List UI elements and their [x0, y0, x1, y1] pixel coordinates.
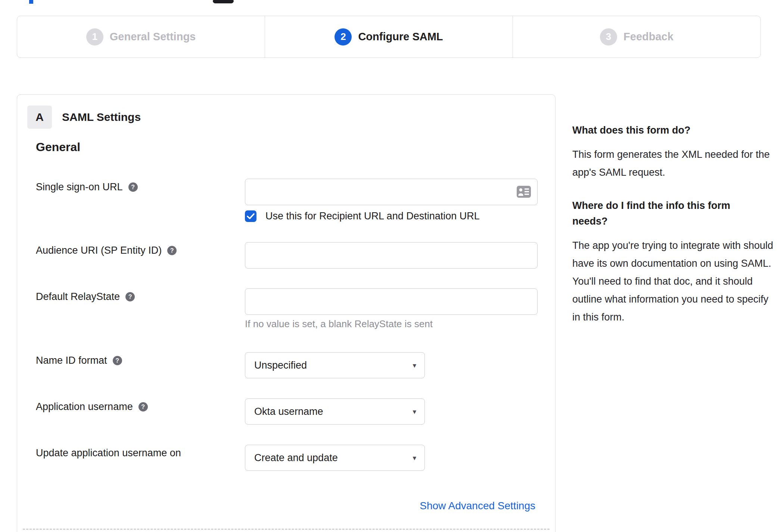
app-username-label: Application username — [36, 401, 133, 413]
cropped-blue-element — [29, 0, 33, 4]
sidebar-body-what: This form generates the XML needed for t… — [572, 145, 774, 181]
show-advanced-settings-link[interactable]: Show Advanced Settings — [420, 500, 535, 512]
name-id-format-value: Unspecified — [254, 360, 307, 371]
cropped-dark-toggle — [213, 0, 234, 3]
relay-state-label-row: Default RelayState ? — [36, 291, 135, 303]
help-sidebar: What does this form do? This form genera… — [572, 122, 774, 342]
saml-settings-panel: A SAML Settings General Single sign-on U… — [17, 94, 556, 532]
wizard-stepper: 1 General Settings 2 Configure SAML 3 Fe… — [17, 16, 761, 58]
update-username-label-row: Update application username on — [36, 447, 181, 459]
sso-url-help-icon[interactable]: ? — [128, 182, 138, 192]
relay-state-input[interactable] — [245, 288, 538, 315]
name-id-format-label: Name ID format — [36, 355, 107, 366]
relay-state-label: Default RelayState — [36, 291, 120, 303]
name-id-format-help-icon[interactable]: ? — [113, 356, 122, 365]
section-a-badge: A — [27, 106, 52, 129]
app-username-help-icon[interactable]: ? — [139, 402, 148, 411]
update-username-label: Update application username on — [36, 447, 181, 459]
section-dashed-divider — [23, 529, 550, 530]
step-1-number-badge: 1 — [86, 28, 103, 46]
audience-uri-label-row: Audience URI (SP Entity ID) ? — [36, 245, 177, 256]
recipient-url-checkbox-label: Use this for Recipient URL and Destinati… — [265, 210, 480, 222]
app-username-label-row: Application username ? — [36, 401, 148, 413]
step-3-number-badge: 3 — [600, 28, 617, 46]
chevron-down-icon: ▾ — [413, 454, 416, 462]
sso-url-input[interactable] — [245, 179, 538, 205]
audience-uri-label: Audience URI (SP Entity ID) — [36, 245, 162, 256]
step-configure-saml[interactable]: 2 Configure SAML — [265, 16, 513, 57]
checkmark-icon — [247, 213, 255, 219]
audience-uri-input[interactable] — [245, 242, 538, 269]
autofill-contact-icon[interactable] — [517, 186, 531, 198]
general-group-heading: General — [36, 140, 80, 154]
name-id-format-select[interactable]: Unspecified ▾ — [245, 352, 425, 378]
step-2-label: Configure SAML — [358, 31, 443, 43]
step-feedback[interactable]: 3 Feedback — [513, 16, 760, 57]
name-id-format-label-row: Name ID format ? — [36, 355, 122, 366]
sidebar-heading-what: What does this form do? — [572, 122, 774, 138]
update-username-value: Create and update — [254, 452, 338, 464]
step-2-number-badge: 2 — [335, 28, 352, 46]
section-title: SAML Settings — [62, 106, 141, 129]
sso-url-label-row: Single sign-on URL ? — [36, 181, 138, 193]
app-username-select[interactable]: Okta username ▾ — [245, 398, 425, 425]
relay-state-field-wrap — [245, 288, 538, 315]
chevron-down-icon: ▾ — [413, 407, 416, 416]
step-general-settings[interactable]: 1 General Settings — [17, 16, 265, 57]
audience-uri-help-icon[interactable]: ? — [167, 246, 177, 255]
relay-state-hint: If no value is set, a blank RelayState i… — [245, 318, 433, 330]
sidebar-heading-where: Where do I find the info this form needs… — [572, 198, 752, 229]
recipient-url-checkbox-row: Use this for Recipient URL and Destinati… — [245, 210, 480, 222]
sso-url-field-wrap — [245, 179, 538, 205]
sso-url-label: Single sign-on URL — [36, 181, 123, 193]
recipient-url-checkbox[interactable] — [245, 210, 256, 222]
update-username-select[interactable]: Create and update ▾ — [245, 445, 425, 471]
chevron-down-icon: ▾ — [413, 361, 416, 370]
audience-uri-field-wrap — [245, 242, 538, 269]
step-3-label: Feedback — [623, 31, 673, 43]
step-1-label: General Settings — [110, 31, 196, 43]
sidebar-body-where: The app you're trying to integrate with … — [572, 237, 774, 326]
relay-state-help-icon[interactable]: ? — [125, 292, 135, 301]
app-username-value: Okta username — [254, 406, 323, 417]
